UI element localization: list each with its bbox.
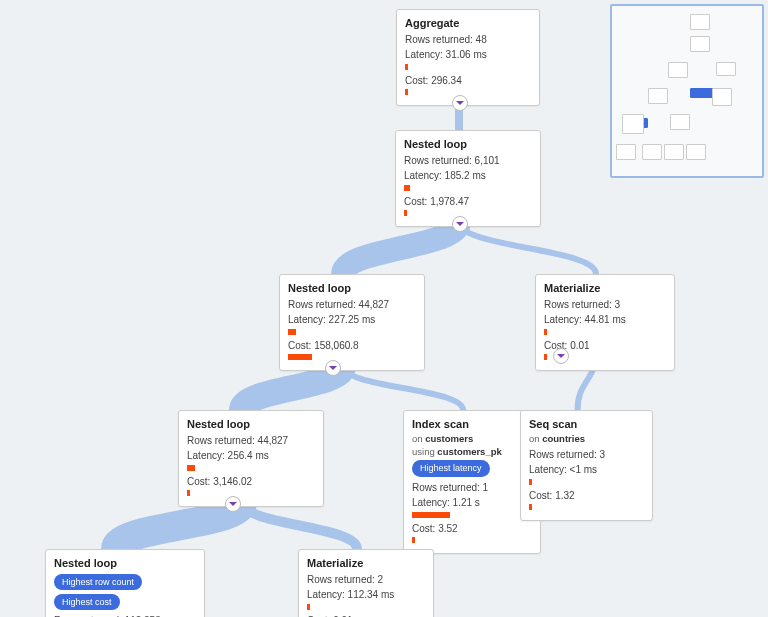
node-title: Index scan (412, 417, 532, 432)
latency-bar (405, 64, 408, 70)
collapse-toggle-icon[interactable] (325, 360, 341, 376)
latency-line: Latency: 31.06 ms (405, 48, 531, 62)
cost-bar (405, 89, 408, 95)
node-nested-loop-2[interactable]: Nested loop Rows returned: 44,827 Latenc… (279, 274, 425, 371)
node-title: Materialize (307, 556, 425, 571)
node-title: Nested loop (54, 556, 196, 571)
collapse-toggle-icon[interactable] (553, 348, 569, 364)
rows-line: Rows returned: 48 (405, 33, 531, 47)
node-nested-loop-3[interactable]: Nested loop Rows returned: 44,827 Latenc… (178, 410, 324, 507)
node-title: Nested loop (288, 281, 416, 296)
node-title: Materialize (544, 281, 666, 296)
node-nested-loop-1[interactable]: Nested loop Rows returned: 6,101 Latency… (395, 130, 541, 227)
node-title: Nested loop (187, 417, 315, 432)
badge-highest-latency: Highest latency (412, 460, 490, 476)
node-nested-loop-4[interactable]: Nested loop Highest row count Highest co… (45, 549, 205, 617)
node-title: Seq scan (529, 417, 644, 432)
minimap[interactable] (610, 4, 764, 178)
node-title: Nested loop (404, 137, 532, 152)
collapse-toggle-icon[interactable] (452, 216, 468, 232)
node-materialize-2[interactable]: Materialize Rows returned: 2 Latency: 11… (298, 549, 434, 617)
collapse-toggle-icon[interactable] (452, 95, 468, 111)
cost-line: Cost: 296.34 (405, 74, 531, 88)
node-title: Aggregate (405, 16, 531, 31)
node-seq-scan[interactable]: Seq scan on countries Rows returned: 3 L… (520, 410, 653, 521)
node-aggregate[interactable]: Aggregate Rows returned: 48 Latency: 31.… (396, 9, 540, 106)
collapse-toggle-icon[interactable] (225, 496, 241, 512)
badge-highest-cost: Highest cost (54, 594, 120, 610)
badge-highest-row-count: Highest row count (54, 574, 142, 590)
